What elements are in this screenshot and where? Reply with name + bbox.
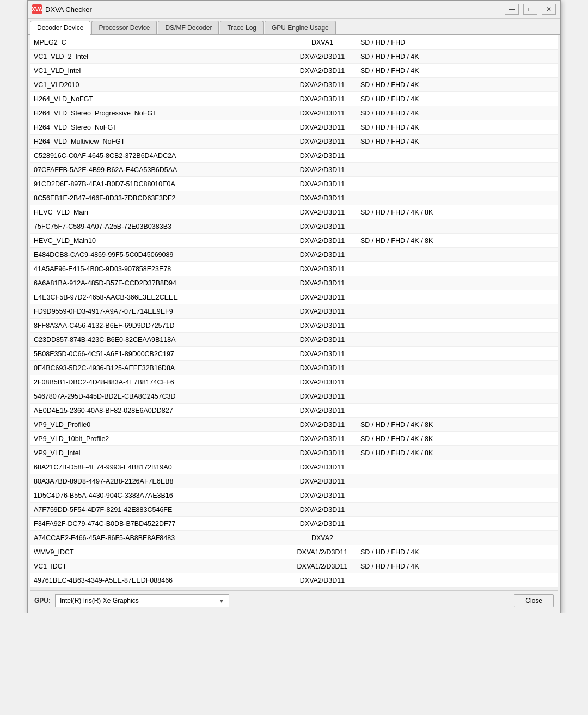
table-row[interactable]: HEVC_VLD_Main10DXVA2/D3D11SD / HD / FHD … bbox=[30, 234, 558, 248]
table-row[interactable]: E4E3CF5B-97D2-4658-AACB-366E3EE2CEEEDXVA… bbox=[30, 290, 558, 304]
row-api: DXVA2/D3D11 bbox=[284, 67, 360, 75]
table-row[interactable]: E484DCB8-CAC9-4859-99F5-5C0D45069089DXVA… bbox=[30, 248, 558, 262]
table-row[interactable]: H264_VLD_Stereo_Progressive_NoFGTDXVA2/D… bbox=[30, 106, 558, 120]
tab-gpu[interactable]: GPU Engine Usage bbox=[265, 21, 336, 34]
row-resolution: SD / HD / FHD / 4K / 8K bbox=[360, 435, 554, 443]
row-api: DXVA2/D3D11 bbox=[284, 308, 360, 315]
app-icon: XVA bbox=[32, 4, 42, 14]
row-name: C528916C-C0AF-4645-8CB2-372B6D4ADC2A bbox=[34, 152, 284, 160]
table-row[interactable]: 75FC75F7-C589-4A07-A25B-72E03B0383B3DXVA… bbox=[30, 219, 558, 234]
row-api: DXVA2/D3D11 bbox=[284, 53, 360, 60]
table-row[interactable]: 80A3A7BD-89D8-4497-A2B8-2126AF7E6EB8DXVA… bbox=[30, 474, 558, 488]
table-row[interactable]: A7F759DD-5F54-4D7F-8291-42E883C546FEDXVA… bbox=[30, 503, 558, 517]
gpu-dropdown[interactable]: Intel(R) Iris(R) Xe Graphics ▼ bbox=[55, 594, 229, 607]
row-api: DXVA2/D3D11 bbox=[284, 463, 360, 471]
row-api: DXVA2/D3D11 bbox=[284, 138, 360, 145]
row-resolution: SD / HD / FHD / 4K bbox=[360, 95, 554, 103]
row-resolution: SD / HD / FHD bbox=[360, 39, 554, 46]
row-name: 91CD2D6E-897B-4FA1-B0D7-51DC88010E0A bbox=[34, 180, 284, 188]
close-window-button[interactable]: ✕ bbox=[542, 4, 556, 15]
row-resolution: SD / HD / FHD / 4K bbox=[360, 53, 554, 60]
table-row[interactable]: H264_VLD_Multiview_NoFGTDXVA2/D3D11SD / … bbox=[30, 135, 558, 149]
table-row[interactable]: 6A6A81BA-912A-485D-B57F-CCD2D37B8D94DXVA… bbox=[30, 276, 558, 290]
table-row[interactable]: 0E4BC693-5D2C-4936-B125-AEFE32B16D8ADXVA… bbox=[30, 361, 558, 375]
table-row[interactable]: C528916C-C0AF-4645-8CB2-372B6D4ADC2ADXVA… bbox=[30, 149, 558, 163]
minimize-button[interactable]: — bbox=[505, 4, 519, 15]
row-api: DXVA2/D3D11 bbox=[284, 393, 360, 400]
row-name: E484DCB8-CAC9-4859-99F5-5C0D45069089 bbox=[34, 251, 284, 259]
window-controls: — □ ✕ bbox=[505, 4, 556, 15]
row-api: DXVA2/D3D11 bbox=[284, 95, 360, 103]
table-row[interactable]: 2F08B5B1-DBC2-4D48-883A-4E7B8174CFF6DXVA… bbox=[30, 375, 558, 389]
tab-dsmf[interactable]: DS/MF Decoder bbox=[158, 21, 219, 34]
table-row[interactable]: 8FF8A3AA-C456-4132-B6EF-69D9DD72571DDXVA… bbox=[30, 319, 558, 333]
table-row[interactable]: VP9_VLD_IntelDXVA2/D3D11SD / HD / FHD / … bbox=[30, 446, 558, 460]
row-name: H264_VLD_Stereo_NoFGT bbox=[34, 124, 284, 131]
row-resolution: SD / HD / FHD / 4K / 8K bbox=[360, 209, 554, 216]
row-api: DXVA2/D3D11 bbox=[284, 81, 360, 89]
row-api: DXVA2/D3D11 bbox=[284, 223, 360, 230]
row-resolution: SD / HD / FHD / 4K / 8K bbox=[360, 421, 554, 429]
row-api: DXVA2/D3D11 bbox=[284, 492, 360, 499]
row-api: DXVA2/D3D11 bbox=[284, 194, 360, 202]
table-row[interactable]: 41A5AF96-E415-4B0C-9D03-907858E23E78DXVA… bbox=[30, 262, 558, 276]
table-row[interactable]: 07CFAFFB-5A2E-4B99-B62A-E4CA53B6D5AADXVA… bbox=[30, 163, 558, 177]
row-api: DXVA2/D3D11 bbox=[284, 124, 360, 131]
table-row[interactable]: H264_VLD_NoFGTDXVA2/D3D11SD / HD / FHD /… bbox=[30, 92, 558, 106]
row-api: DXVA2/D3D11 bbox=[284, 378, 360, 386]
table-row[interactable]: AE0D4E15-2360-40A8-BF82-028E6A0DD827DXVA… bbox=[30, 404, 558, 418]
row-resolution: SD / HD / FHD / 4K bbox=[360, 548, 554, 556]
table-row[interactable]: VC1_IDCTDXVA1/2/D3D11SD / HD / FHD / 4K bbox=[30, 559, 558, 573]
row-resolution: SD / HD / FHD / 4K bbox=[360, 124, 554, 131]
dropdown-arrow-icon: ▼ bbox=[219, 598, 224, 604]
row-name: 6A6A81BA-912A-485D-B57F-CCD2D37B8D94 bbox=[34, 279, 284, 287]
table-row[interactable]: 5467807A-295D-445D-BD2E-CBA8C2457C3DDXVA… bbox=[30, 389, 558, 404]
row-name: 8FF8A3AA-C456-4132-B6EF-69D9DD72571D bbox=[34, 322, 284, 329]
table-row[interactable]: VC1_VLD_IntelDXVA2/D3D11SD / HD / FHD / … bbox=[30, 64, 558, 78]
table-row[interactable]: WMV9_IDCTDXVA1/2/D3D11SD / HD / FHD / 4K bbox=[30, 545, 558, 559]
tab-processor[interactable]: Processor Device bbox=[91, 21, 157, 34]
table-row[interactable]: A74CCAE2-F466-45AE-86F5-AB8BE8AF8483DXVA… bbox=[30, 531, 558, 545]
table-row[interactable]: HEVC_VLD_MainDXVA2/D3D11SD / HD / FHD / … bbox=[30, 205, 558, 219]
table-row[interactable]: MPEG2_CDXVA1SD / HD / FHD bbox=[30, 35, 558, 50]
row-api: DXVA2/D3D11 bbox=[284, 209, 360, 216]
row-api: DXVA2/D3D11 bbox=[284, 520, 360, 528]
row-name: VP9_VLD_Profile0 bbox=[34, 421, 284, 429]
table-row[interactable]: FD9D9559-0FD3-4917-A9A7-07E714EE9EF9DXVA… bbox=[30, 304, 558, 319]
content-area: MPEG2_CDXVA1SD / HD / FHDVC1_VLD_2_Intel… bbox=[30, 35, 558, 588]
table-row[interactable]: H264_VLD_Stereo_NoFGTDXVA2/D3D11SD / HD … bbox=[30, 120, 558, 135]
tab-decoder[interactable]: Decoder Device bbox=[30, 21, 90, 35]
table-row[interactable]: VC1_VLD2010DXVA2/D3D11SD / HD / FHD / 4K bbox=[30, 78, 558, 92]
table-row[interactable]: 91CD2D6E-897B-4FA1-B0D7-51DC88010E0ADXVA… bbox=[30, 177, 558, 191]
table-row[interactable]: 1D5C4D76-B55A-4430-904C-3383A7AE3B16DXVA… bbox=[30, 488, 558, 503]
row-name: WMV9_IDCT bbox=[34, 548, 284, 556]
row-name: 07CFAFFB-5A2E-4B99-B62A-E4CA53B6D5AA bbox=[34, 166, 284, 174]
table-row[interactable]: 5B08E35D-0C66-4C51-A6F1-89D00CB2C197DXVA… bbox=[30, 347, 558, 361]
table-row[interactable]: 49761BEC-4B63-4349-A5EE-87EEDF088466DXVA… bbox=[30, 573, 558, 588]
row-resolution: SD / HD / FHD / 4K / 8K bbox=[360, 237, 554, 245]
table-row[interactable]: 68A21C7B-D58F-4E74-9993-E4B8172B19A0DXVA… bbox=[30, 460, 558, 474]
table-row[interactable]: 8C56EB1E-2B47-466F-8D33-7DBCD63F3DF2DXVA… bbox=[30, 191, 558, 205]
tab-trace[interactable]: Trace Log bbox=[220, 21, 264, 34]
decoder-list[interactable]: MPEG2_CDXVA1SD / HD / FHDVC1_VLD_2_Intel… bbox=[30, 35, 558, 588]
table-row[interactable]: VP9_VLD_Profile0DXVA2/D3D11SD / HD / FHD… bbox=[30, 418, 558, 432]
table-row[interactable]: C23DD857-874B-423C-B6E0-82CEAA9B118ADXVA… bbox=[30, 333, 558, 347]
row-name: VC1_IDCT bbox=[34, 563, 284, 570]
row-resolution: SD / HD / FHD / 4K bbox=[360, 81, 554, 89]
table-row[interactable]: VC1_VLD_2_IntelDXVA2/D3D11SD / HD / FHD … bbox=[30, 50, 558, 64]
row-api: DXVA2/D3D11 bbox=[284, 421, 360, 429]
row-api: DXVA2/D3D11 bbox=[284, 294, 360, 301]
maximize-button[interactable]: □ bbox=[523, 4, 537, 15]
table-row[interactable]: VP9_VLD_10bit_Profile2DXVA2/D3D11SD / HD… bbox=[30, 432, 558, 446]
close-button[interactable]: Close bbox=[514, 594, 554, 607]
row-name: VC1_VLD2010 bbox=[34, 81, 284, 89]
row-name: F34FA92F-DC79-474C-B0DB-B7BD4522DF77 bbox=[34, 520, 284, 528]
row-name: 0E4BC693-5D2C-4936-B125-AEFE32B16D8A bbox=[34, 364, 284, 372]
row-api: DXVA2/D3D11 bbox=[284, 478, 360, 485]
table-row[interactable]: F34FA92F-DC79-474C-B0DB-B7BD4522DF77DXVA… bbox=[30, 517, 558, 531]
row-api: DXVA2/D3D11 bbox=[284, 407, 360, 414]
row-name: HEVC_VLD_Main10 bbox=[34, 237, 284, 245]
row-api: DXVA2/D3D11 bbox=[284, 279, 360, 287]
row-api: DXVA2/D3D11 bbox=[284, 152, 360, 160]
row-resolution: SD / HD / FHD / 4K bbox=[360, 138, 554, 145]
